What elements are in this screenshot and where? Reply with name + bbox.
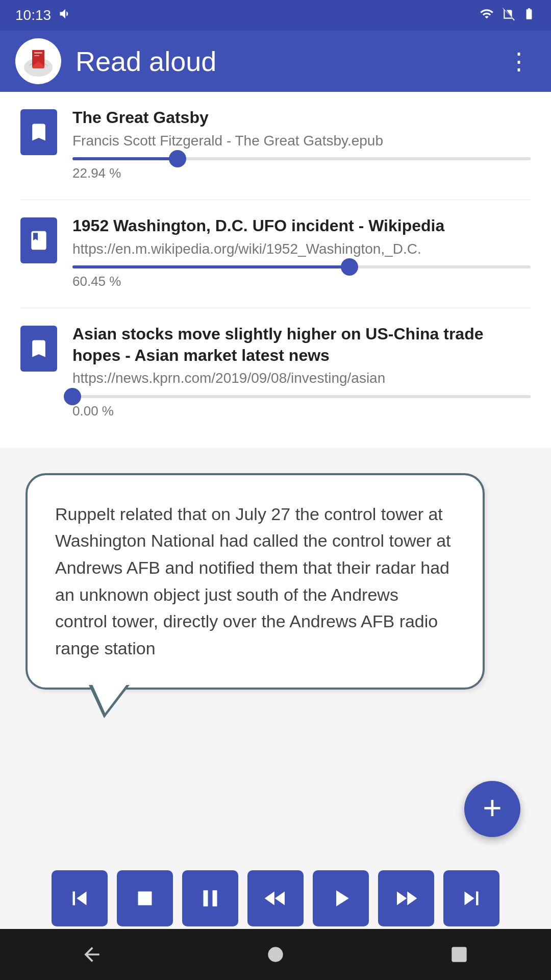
progress-track-2 [72, 265, 531, 268]
app-logo [15, 38, 61, 84]
back-button[interactable] [71, 934, 112, 975]
book-title-1: The Great Gatsby [72, 107, 531, 129]
status-left: 10:13 [15, 7, 72, 24]
progress-pct-2: 60.45 % [72, 274, 531, 289]
progress-pct-1: 22.94 % [72, 165, 531, 181]
list-item[interactable]: Asian stocks move slightly higher on US-… [20, 324, 531, 419]
bubble-text: Ruppelt related that on July 27 the cont… [55, 501, 455, 662]
add-button[interactable]: + [464, 781, 520, 837]
svg-rect-2 [34, 52, 42, 54]
home-button[interactable] [255, 934, 296, 975]
book-title-3: Asian stocks move slightly higher on US-… [72, 324, 531, 366]
app-title: Read aloud [76, 45, 488, 77]
app-header: Read aloud ⋮ [0, 31, 551, 92]
skip-prev-button[interactable] [52, 870, 108, 926]
add-icon: + [483, 792, 502, 824]
wifi-icon [479, 7, 495, 24]
book-list: The Great Gatsby Francis Scott Fitzgeral… [0, 92, 551, 448]
signal-icon [502, 7, 515, 24]
book-info-1: The Great Gatsby Francis Scott Fitzgeral… [72, 107, 531, 181]
pause-button[interactable] [182, 870, 238, 926]
status-bar: 10:13 [0, 0, 551, 31]
status-right [479, 7, 536, 24]
progress-thumb-2 [341, 258, 358, 276]
progress-track-3 [72, 395, 531, 398]
progress-3[interactable] [72, 395, 531, 398]
fast-forward-button[interactable] [378, 870, 434, 926]
book-title-2: 1952 Washington, D.C. UFO incident - Wik… [72, 215, 531, 237]
book-icon-1 [20, 109, 57, 155]
speech-bubble: Ruppelt related that on July 27 the cont… [26, 473, 485, 690]
more-options-button[interactable]: ⋮ [502, 42, 536, 80]
play-button[interactable] [313, 870, 369, 926]
media-controls [0, 868, 551, 929]
book-subtitle-2: https://en.m.wikipedia.org/wiki/1952_Was… [72, 240, 531, 258]
progress-thumb-1 [169, 150, 186, 167]
main-content: The Great Gatsby Francis Scott Fitzgeral… [0, 92, 551, 929]
progress-2[interactable] [72, 265, 531, 268]
book-icon-2 [20, 217, 57, 263]
svg-rect-5 [452, 947, 466, 962]
book-icon-3 [20, 326, 57, 372]
progress-track-1 [72, 157, 531, 160]
skip-next-button[interactable] [443, 870, 499, 926]
progress-thumb-3 [64, 388, 81, 405]
battery-icon [522, 7, 536, 24]
list-item[interactable]: The Great Gatsby Francis Scott Fitzgeral… [20, 107, 531, 181]
progress-fill-2 [72, 265, 349, 268]
list-item[interactable]: 1952 Washington, D.C. UFO incident - Wik… [20, 215, 531, 289]
bottom-nav [0, 929, 551, 980]
recents-button[interactable] [439, 934, 480, 975]
bubble-area: Ruppelt related that on July 27 the cont… [0, 448, 551, 868]
volume-icon [58, 7, 72, 24]
book-subtitle-3: https://news.kprn.com/2019/09/08/investi… [72, 369, 531, 387]
progress-pct-3: 0.00 % [72, 403, 531, 419]
progress-fill-1 [72, 157, 178, 160]
book-subtitle-1: Francis Scott Fitzgerald - The Great Gat… [72, 132, 531, 150]
progress-1[interactable] [72, 157, 531, 160]
stop-button[interactable] [117, 870, 173, 926]
divider-2 [20, 308, 531, 308]
svg-point-4 [268, 947, 283, 962]
status-time: 10:13 [15, 7, 51, 23]
book-info-2: 1952 Washington, D.C. UFO incident - Wik… [72, 215, 531, 289]
divider-1 [20, 200, 531, 200]
rewind-button[interactable] [247, 870, 304, 926]
svg-rect-3 [34, 55, 39, 56]
book-info-3: Asian stocks move slightly higher on US-… [72, 324, 531, 419]
